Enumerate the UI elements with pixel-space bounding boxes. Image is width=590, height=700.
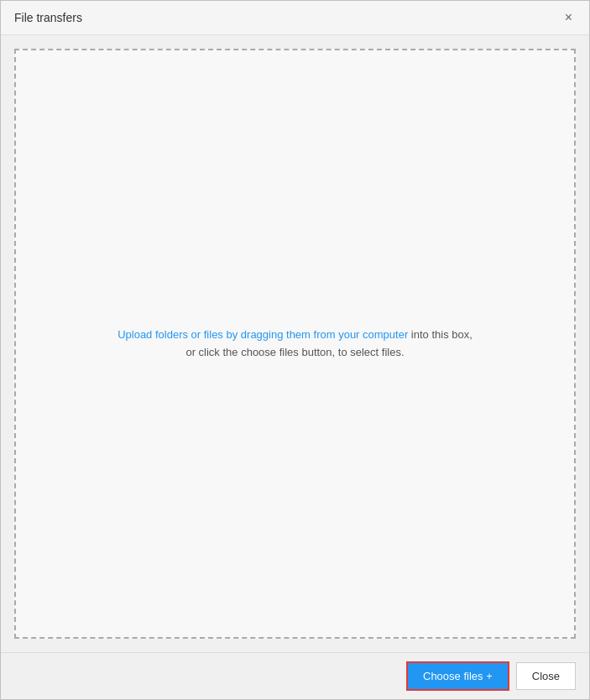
close-x-button[interactable]: × [561,9,576,26]
dialog-title: File transfers [14,11,82,24]
choose-files-button[interactable]: Choose files + [406,661,509,691]
dialog-header: File transfers × [1,1,589,35]
file-transfers-dialog: File transfers × Upload folders or files… [0,0,590,700]
dialog-body: Upload folders or files by dragging them… [1,35,589,652]
drop-zone-highlight1: Upload folders or files by dragging them… [117,328,411,341]
drop-zone-line1: Upload folders or files by dragging them… [117,328,473,341]
drop-zone-line2: or click the choose files button, to sel… [185,346,404,358]
drop-zone-plain1: into this box, [411,328,473,341]
close-button[interactable]: Close [516,662,576,690]
drop-zone[interactable]: Upload folders or files by dragging them… [14,49,576,639]
drop-zone-text: Upload folders or files by dragging them… [117,326,473,362]
dialog-footer: Choose files + Close [1,652,589,699]
